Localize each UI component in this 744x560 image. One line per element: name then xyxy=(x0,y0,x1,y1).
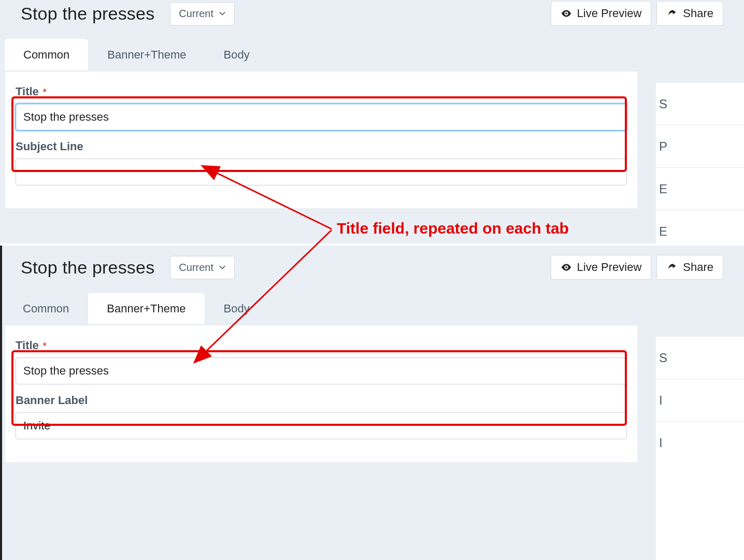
live-preview-label: Live Preview xyxy=(577,7,642,20)
version-dropdown-label: Current xyxy=(179,8,213,20)
title-input[interactable] xyxy=(16,104,627,131)
share-button[interactable]: Share xyxy=(656,1,723,26)
live-preview-button[interactable]: Live Preview xyxy=(551,255,652,280)
tab-body[interactable]: Body xyxy=(205,293,268,325)
tabs-row: Common Banner+Theme Body xyxy=(0,31,744,71)
svg-point-1 xyxy=(565,266,567,268)
side-stub: S xyxy=(656,83,744,125)
tabs-row: Common Banner+Theme Body xyxy=(0,285,744,325)
form-area-banner-theme: Title* Banner Label xyxy=(5,325,637,462)
side-stub: I xyxy=(656,422,744,464)
field-title: Title* xyxy=(16,85,627,131)
side-stub: I xyxy=(656,379,744,422)
field-subject-line: Subject Line xyxy=(16,140,627,185)
tab-body[interactable]: Body xyxy=(205,39,268,71)
field-title: Title* xyxy=(16,339,627,384)
required-asterisk: * xyxy=(43,341,47,351)
side-panel-stub: S I I xyxy=(656,337,744,560)
tab-common[interactable]: Common xyxy=(4,293,88,325)
editor-panel-banner-theme: Stop the presses Current Live Preview Sh… xyxy=(0,246,744,560)
version-dropdown[interactable]: Current xyxy=(170,2,235,25)
share-label: Share xyxy=(683,7,713,20)
field-title-label: Title* xyxy=(16,339,627,352)
share-button[interactable]: Share xyxy=(656,255,723,280)
panel-header: Stop the presses Current Live Preview Sh… xyxy=(0,0,744,31)
side-stub: S xyxy=(656,337,744,379)
field-banner-label-label: Banner Label xyxy=(16,394,627,407)
annotation-text: Title field, repeated on each tab xyxy=(337,220,569,237)
live-preview-label: Live Preview xyxy=(577,261,642,274)
chevron-down-icon xyxy=(219,10,226,17)
field-subject-line-label: Subject Line xyxy=(16,140,627,153)
page-title: Stop the presses xyxy=(21,257,154,278)
version-dropdown[interactable]: Current xyxy=(170,256,235,279)
chevron-down-icon xyxy=(219,264,226,271)
share-label: Share xyxy=(683,261,713,274)
live-preview-button[interactable]: Live Preview xyxy=(551,1,652,26)
subject-line-input[interactable] xyxy=(16,159,627,185)
side-stub: P xyxy=(656,125,744,168)
form-area-common: Title* Subject Line xyxy=(5,71,637,208)
share-icon xyxy=(666,8,678,19)
field-title-label: Title* xyxy=(16,85,627,98)
banner-label-input[interactable] xyxy=(16,412,627,439)
version-dropdown-label: Current xyxy=(179,262,213,274)
panel-left-edge xyxy=(0,246,2,560)
title-input[interactable] xyxy=(16,357,627,384)
side-panel-stub: S P E E xyxy=(656,83,744,243)
svg-point-0 xyxy=(565,12,567,15)
panel-header: Stop the presses Current Live Preview Sh… xyxy=(0,246,744,285)
field-banner-label: Banner Label xyxy=(16,394,627,439)
share-icon xyxy=(666,262,678,273)
eye-icon xyxy=(561,262,572,273)
editor-panel-common: Stop the presses Current Live Preview Sh… xyxy=(0,0,744,243)
tab-common[interactable]: Common xyxy=(4,38,89,71)
page-title: Stop the presses xyxy=(21,4,154,24)
side-stub: E xyxy=(656,168,744,210)
tab-banner-theme[interactable]: Banner+Theme xyxy=(88,292,205,325)
eye-icon xyxy=(561,8,572,19)
tab-banner-theme[interactable]: Banner+Theme xyxy=(89,39,205,71)
required-asterisk: * xyxy=(43,87,47,97)
